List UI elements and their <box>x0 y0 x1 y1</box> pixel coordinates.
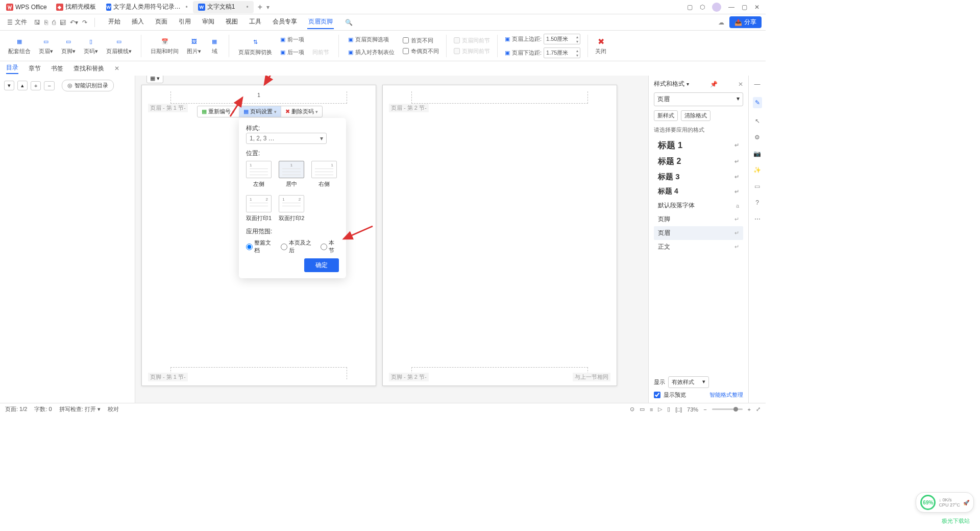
hf-options-button[interactable]: ▣页眉页脚选项 <box>346 35 397 44</box>
switch-hf-button[interactable]: ⇅页眉页脚切换 <box>236 36 274 57</box>
zoom-out-icon[interactable]: − <box>703 406 706 413</box>
renumber-button[interactable]: ▦重新编号▾ <box>198 106 239 117</box>
help-icon[interactable]: ? <box>755 199 759 206</box>
tab-header-footer[interactable]: 页眉页脚 <box>307 15 334 29</box>
pagenum-settings-button[interactable]: ▦页码设置▾ <box>239 106 281 117</box>
chk-ftr-same[interactable]: 页脚同前节 <box>454 47 490 55</box>
style-h2[interactable]: 标题 2↵ <box>654 154 743 170</box>
chk-hdr-same[interactable]: 页眉同前节 <box>454 37 490 44</box>
tab-page[interactable]: 页面 <box>154 15 168 29</box>
scope-whole-doc[interactable]: 整篇文档 <box>246 239 276 254</box>
file-menu[interactable]: ☰ 文件 <box>4 16 30 29</box>
current-style-select[interactable]: 页眉▾ <box>654 92 743 106</box>
field-button[interactable]: ▦域 <box>207 35 222 56</box>
view-outline-icon[interactable]: ≡ <box>650 406 653 413</box>
tab-view[interactable]: 视图 <box>225 15 239 29</box>
pos-duplex2[interactable]: 12双面打印2 <box>279 195 304 222</box>
menu-toggle-icon[interactable]: — <box>754 81 761 88</box>
style-h3[interactable]: 标题 3↵ <box>654 170 743 184</box>
nav-bookmark[interactable]: 书签 <box>51 64 63 73</box>
combo-button[interactable]: ▦配套组合 <box>6 35 33 56</box>
view-print-icon[interactable]: ▯ <box>667 406 670 413</box>
up-btn[interactable]: ▴ <box>17 81 28 90</box>
close-panel-icon[interactable]: ✕ <box>738 81 743 88</box>
library-icon[interactable]: ▭ <box>754 183 760 190</box>
add-btn[interactable]: + <box>31 81 41 90</box>
delete-pagenum-button[interactable]: ✖删除页码▾ <box>281 106 322 117</box>
camera-icon[interactable]: 📷 <box>753 150 761 157</box>
tab-review[interactable]: 审阅 <box>201 15 215 29</box>
nav-close-icon[interactable]: ✕ <box>114 65 119 72</box>
tab-reference[interactable]: 引用 <box>178 15 192 29</box>
zoom-value[interactable]: 73% <box>687 406 698 413</box>
proofread-status[interactable]: 校对 <box>108 405 119 413</box>
share-button[interactable]: 📤 分享 <box>729 16 762 28</box>
pencil-icon[interactable]: ✎ <box>753 97 762 108</box>
zoom-slider[interactable] <box>712 408 743 410</box>
header-layout-button[interactable]: ▦ ▾ <box>146 76 163 83</box>
word-count[interactable]: 字数: 0 <box>34 405 52 413</box>
avatar-icon[interactable] <box>712 3 721 12</box>
view-read-icon[interactable]: ▭ <box>640 406 645 413</box>
print-preview-icon[interactable]: 🗟 <box>60 19 66 26</box>
smart-toc-button[interactable]: ◎ 智能识别目录 <box>62 80 114 91</box>
pos-left[interactable]: 1左侧 <box>246 161 272 188</box>
style-default[interactable]: 默认段落字体a <box>654 199 743 212</box>
chk-first-diff[interactable]: 首页不同 <box>403 37 439 44</box>
style-select[interactable]: 1, 2, 3 …▾ <box>246 133 327 144</box>
save-as-icon[interactable]: ⎘ <box>44 19 48 26</box>
style-h1[interactable]: 标题 1↵ <box>654 137 743 154</box>
nav-chapter[interactable]: 章节 <box>29 64 41 73</box>
tab-insert[interactable]: 插入 <box>131 15 145 29</box>
smart-format-link[interactable]: 智能格式整理 <box>709 391 743 399</box>
fit-icon[interactable]: [□] <box>675 406 682 413</box>
nav-toc[interactable]: 目录 <box>6 63 18 74</box>
pagenum-button[interactable]: ▯页码▾ <box>82 35 100 56</box>
new-tab-button[interactable]: + <box>254 3 266 12</box>
cube-icon[interactable]: ⬡ <box>700 4 705 11</box>
clear-format-button[interactable]: 清除格式 <box>681 110 710 121</box>
page-status[interactable]: 页面: 1/2 <box>5 405 27 413</box>
document-area[interactable]: ▦ ▾ 1 页眉 - 第 1 节- 页脚 - 第 1 节- ▦重新编号▾ ▦页码… <box>135 76 648 403</box>
close-icon[interactable]: ✕ <box>754 4 760 11</box>
page2-footer[interactable] <box>411 367 588 379</box>
new-style-button[interactable]: 新样式 <box>654 110 678 121</box>
view-focus-icon[interactable]: ⊙ <box>630 406 634 413</box>
magic-icon[interactable]: ✨ <box>753 166 761 174</box>
nav-find[interactable]: 查找和替换 <box>74 64 104 73</box>
save-icon[interactable]: 🖫 <box>34 19 40 26</box>
view-web-icon[interactable]: ▷ <box>658 406 662 413</box>
more-icon[interactable]: ⋯ <box>754 215 761 223</box>
ok-button[interactable]: 确定 <box>304 258 339 272</box>
style-body[interactable]: 正文↵ <box>654 240 743 254</box>
zoom-in-icon[interactable]: + <box>748 406 751 413</box>
collapse-btn[interactable]: ▾ <box>4 81 14 90</box>
print-icon[interactable]: ⎙ <box>52 19 56 26</box>
tab-doc2[interactable]: W 文字文稿1 • <box>193 1 254 13</box>
cloud-icon[interactable]: ☁ <box>718 19 724 26</box>
spellcheck-status[interactable]: 拼写检查: 打开 ▾ <box>59 405 101 413</box>
chk-oddeven-diff[interactable]: 奇偶页不同 <box>403 47 439 55</box>
fullscreen-icon[interactable]: ⤢ <box>756 406 761 413</box>
search-icon[interactable]: 🔍 <box>345 19 353 26</box>
page2-header[interactable] <box>411 91 588 104</box>
prev-button[interactable]: ▣前一项 <box>278 35 306 44</box>
undo-icon[interactable]: ↶▾ <box>70 19 78 26</box>
hdr-top-input[interactable]: 1.50厘米 ▴▾ <box>544 34 580 44</box>
pin-icon[interactable]: 📌 <box>710 81 718 88</box>
footer-button[interactable]: ▭页脚▾ <box>59 35 78 56</box>
header-button[interactable]: ▭页眉▾ <box>37 35 55 56</box>
redo-icon[interactable]: ↷ <box>82 19 87 26</box>
tab-member[interactable]: 会员专享 <box>272 15 298 29</box>
pos-right[interactable]: 1右侧 <box>311 161 337 188</box>
scope-this-section[interactable]: 本节 <box>321 239 339 254</box>
next-button[interactable]: ▣后一项 <box>278 47 306 57</box>
style-footer[interactable]: 页脚↵ <box>654 212 743 226</box>
show-select[interactable]: 有效样式▾ <box>668 376 709 388</box>
cursor-icon[interactable]: ↖ <box>755 117 760 125</box>
pos-center[interactable]: 1居中 <box>279 161 304 188</box>
tab-templates[interactable]: ◆ 找稻壳模板 <box>51 1 101 13</box>
chevron-down-icon[interactable]: ▾ <box>687 81 689 87</box>
settings-icon[interactable]: ⚙ <box>754 134 760 141</box>
style-header[interactable]: 页眉↵ <box>654 226 743 240</box>
